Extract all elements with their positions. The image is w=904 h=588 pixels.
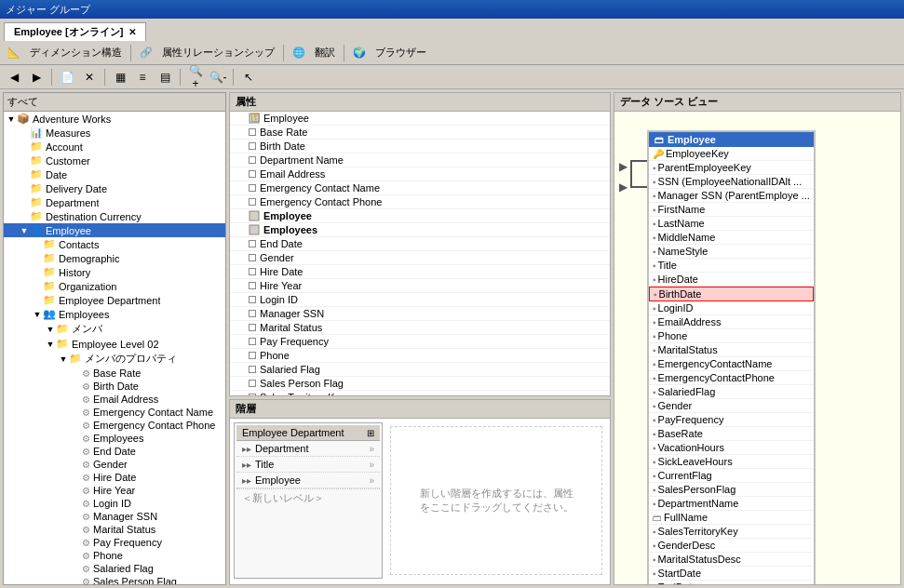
tab-employee[interactable]: Employee [オンライン] ✕: [4, 22, 146, 41]
ds-table-row[interactable]: ▪PayFrequency: [649, 413, 814, 427]
tree-item[interactable]: 📁Delivery Date: [4, 181, 225, 195]
tree-item[interactable]: ⚙Pay Frequency: [4, 536, 225, 549]
grid-button[interactable]: ▦: [110, 68, 130, 87]
tree-item[interactable]: ▼📦Adventure Works: [4, 112, 225, 126]
tree-toggle[interactable]: ▼: [32, 310, 43, 319]
ds-table-row[interactable]: ▪GenderDesc: [649, 539, 814, 553]
tree-item[interactable]: ▼📁メンバ: [4, 321, 225, 337]
tree-item[interactable]: 📊Measures: [4, 126, 225, 140]
ds-table-row[interactable]: ▪FirstName: [649, 203, 814, 217]
tree-item[interactable]: ⚙Gender: [4, 458, 225, 471]
prop-item[interactable]: End Date: [230, 237, 610, 251]
forward-button[interactable]: ▶: [26, 68, 47, 87]
tree-toggle[interactable]: ▼: [45, 340, 56, 349]
tree-item[interactable]: ⚙End Date: [4, 445, 225, 458]
ds-table-row[interactable]: ▪SickLeaveHours: [649, 455, 814, 469]
tree-item[interactable]: ⚙Emergency Contact Name: [4, 406, 225, 419]
ds-table-row[interactable]: ▪LoginID: [649, 301, 814, 315]
tree-item[interactable]: ⚙Manager SSN: [4, 510, 225, 523]
zoom-in-button[interactable]: 🔍+: [185, 68, 206, 87]
tree-item[interactable]: ⚙Sales Person Flag: [4, 575, 225, 584]
prop-item[interactable]: Manager SSN: [230, 307, 610, 321]
ds-table-row[interactable]: ▪EmailAddress: [649, 315, 814, 329]
tree-item[interactable]: 📁Account: [4, 140, 225, 154]
hierarchy-drop-zone[interactable]: 新しい階層を作成するには、属性 をここにドラッグしてください。: [390, 426, 602, 575]
prop-item[interactable]: Hire Date: [230, 265, 610, 279]
tree-item[interactable]: 📁Customer: [4, 154, 225, 167]
prop-item[interactable]: Birth Date: [230, 140, 610, 154]
tree-toggle[interactable]: ▼: [45, 325, 56, 334]
prop-item[interactable]: Emergency Contact Phone: [230, 195, 610, 209]
tree-item[interactable]: ⚙Hire Date: [4, 471, 225, 484]
tree-item[interactable]: ⚙Login ID: [4, 497, 225, 510]
tree-item[interactable]: ⚙Salaried Flag: [4, 562, 225, 575]
back-button[interactable]: ◀: [4, 68, 24, 87]
ds-table-row[interactable]: ▪EndDate: [649, 581, 814, 584]
tree-item[interactable]: 📁History: [4, 265, 225, 279]
tree-item[interactable]: ⚙Email Address: [4, 393, 225, 406]
prop-item[interactable]: Hire Year: [230, 279, 610, 293]
prop-item[interactable]: Gender: [230, 251, 610, 265]
hierarchy-level-item[interactable]: ▸▸Title»: [236, 457, 380, 473]
tree-toggle[interactable]: ▼: [19, 226, 30, 235]
prop-item[interactable]: ⚿Employee: [230, 112, 610, 126]
ds-table-row[interactable]: ▪Gender: [649, 399, 814, 413]
ds-table-row[interactable]: 🔑EmployeeKey: [649, 147, 814, 161]
tree-item[interactable]: 📁Employee Department: [4, 293, 225, 307]
hierarchy-expand-icon[interactable]: ⊞: [367, 428, 374, 438]
prop-item[interactable]: Base Rate: [230, 126, 610, 140]
prop-item[interactable]: Marital Status: [230, 321, 610, 335]
prop-item[interactable]: Salaried Flag: [230, 363, 610, 377]
ds-table-row[interactable]: ▪VacationHours: [649, 441, 814, 455]
ds-table-row[interactable]: ▪Manager SSN (ParentEmploye ...: [649, 189, 814, 203]
ds-table-row[interactable]: ▪LastName: [649, 217, 814, 231]
prop-item[interactable]: Email Address: [230, 167, 610, 181]
hierarchy-level-item[interactable]: ▸▸Department»: [236, 441, 380, 457]
tree-item[interactable]: 📁Contacts: [4, 237, 225, 251]
hierarchy-chevron-icon[interactable]: »: [369, 460, 374, 470]
filter-button[interactable]: ▤: [155, 68, 175, 87]
prop-item[interactable]: Pay Frequency: [230, 335, 610, 349]
ds-table-row[interactable]: ▪EmergencyContactPhone: [649, 371, 814, 385]
ds-table-row[interactable]: ▪DepartmentName: [649, 497, 814, 511]
menu-tab-browser[interactable]: ブラウザー: [371, 46, 430, 60]
ds-table-row[interactable]: ▪CurrentFlag: [649, 469, 814, 483]
prop-item[interactable]: Sales Person Flag: [230, 377, 610, 391]
cursor-button[interactable]: ↖: [238, 68, 259, 87]
toolbar-btn-attr-rel[interactable]: 🔗: [136, 44, 156, 62]
ds-table-row[interactable]: ▪MaritalStatus: [649, 343, 814, 357]
tree-toggle[interactable]: ▼: [58, 354, 69, 364]
prop-item[interactable]: Sales Territory Key: [230, 391, 610, 395]
prop-item[interactable]: Login ID: [230, 293, 610, 307]
tree-item[interactable]: 📁Destination Currency: [4, 209, 225, 223]
ds-table-row[interactable]: ▪BirthDate: [649, 287, 814, 301]
prop-item[interactable]: Phone: [230, 349, 610, 363]
toolbar-btn-translate[interactable]: 🌐: [289, 44, 309, 62]
ds-table-row[interactable]: ▪Phone: [649, 329, 814, 343]
ds-table-row[interactable]: ▪ParentEmployeeKey: [649, 161, 814, 175]
ds-table-row[interactable]: ▪HireDate: [649, 273, 814, 287]
ds-table-row[interactable]: ▪NameStyle: [649, 245, 814, 259]
menu-tab-dimension[interactable]: ディメンション構造: [26, 46, 126, 60]
menu-tab-attr-rel[interactable]: 属性リレーションシップ: [158, 46, 278, 60]
hierarchy-level-item[interactable]: ▸▸Employee»: [236, 473, 380, 488]
hierarchy-new-level[interactable]: ＜新しいレベル＞: [242, 492, 324, 503]
ds-table-row[interactable]: ▪BaseRate: [649, 427, 814, 441]
ds-table-row[interactable]: ▪Title: [649, 259, 814, 273]
prop-item[interactable]: Department Name: [230, 154, 610, 167]
tree-item[interactable]: ▼📁Employee Level 02: [4, 337, 225, 351]
hierarchy-chevron-icon[interactable]: »: [369, 475, 374, 486]
ds-table-row[interactable]: 🗃FullName: [649, 511, 814, 525]
ds-table-row[interactable]: ▪StartDate: [649, 567, 814, 581]
ds-table-row[interactable]: ▪MaritalStatusDesc: [649, 553, 814, 567]
tree-item[interactable]: ⚙Birth Date: [4, 380, 225, 393]
tree-item[interactable]: ⚙Base Rate: [4, 367, 225, 380]
tree-item[interactable]: ▼👥Employees: [4, 307, 225, 321]
list-button[interactable]: ≡: [132, 68, 153, 87]
toolbar-btn-browser[interactable]: 🌍: [349, 44, 370, 62]
tree-item[interactable]: 📁Department: [4, 195, 225, 209]
ds-table-row[interactable]: ▪SalariedFlag: [649, 385, 814, 399]
menu-tab-translate[interactable]: 翻訳: [311, 46, 339, 60]
zoom-out-button[interactable]: 🔍-: [208, 68, 228, 87]
hierarchy-chevron-icon[interactable]: »: [369, 444, 374, 454]
